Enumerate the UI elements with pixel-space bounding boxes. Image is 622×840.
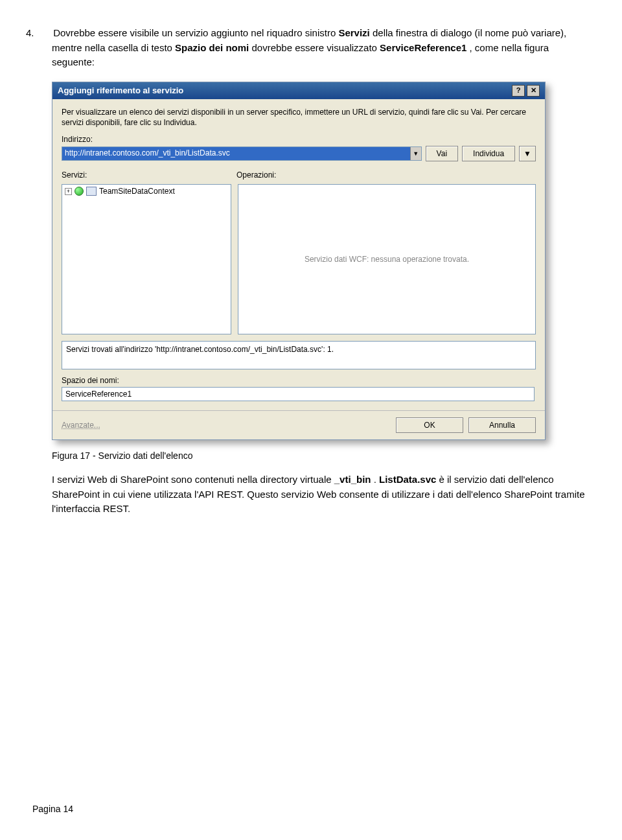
services-label: Servizi: (62, 170, 230, 180)
tree-item-label: TeamSiteDataContext (99, 187, 175, 196)
b3: ServiceReference1 (380, 42, 466, 53)
namespace-input[interactable] (62, 387, 535, 401)
figure-caption: Figura 17 - Servizio dati dell'elenco (52, 450, 590, 461)
dialog-title: Aggiungi riferimento al servizio (58, 86, 183, 95)
services-tree[interactable]: + TeamSiteDataContext (62, 184, 231, 334)
namespace-label: Spazio dei nomi: (62, 376, 536, 385)
help-button[interactable]: ? (512, 85, 525, 97)
operations-empty-text: Servizio dati WCF: nessuna operazione tr… (305, 255, 469, 264)
step-4-paragraph: 4. Dovrebbe essere visibile un servizio … (32, 26, 590, 70)
operations-label: Operazioni: (236, 170, 276, 180)
datacontext-icon (86, 187, 97, 196)
t1: Dovrebbe essere visibile un servizio agg… (53, 27, 338, 38)
address-dropdown-icon[interactable]: ▼ (410, 147, 421, 160)
expand-icon[interactable]: + (65, 188, 72, 195)
address-value[interactable]: http://intranet.contoso.com/_vti_bin/Lis… (62, 147, 410, 160)
discover-dropdown[interactable]: ▼ (519, 146, 536, 161)
cancel-button[interactable]: Annulla (468, 417, 536, 433)
address-combobox[interactable]: http://intranet.contoso.com/_vti_bin/Lis… (62, 146, 422, 161)
go-button[interactable]: Vai (426, 146, 458, 161)
service-node-icon (75, 187, 84, 196)
b2: Spazio dei nomi (175, 42, 249, 53)
step-number: 4. (39, 26, 51, 41)
operations-pane: Servizio dati WCF: nessuna operazione tr… (238, 184, 536, 334)
b1: Servizi (338, 27, 369, 38)
close-button[interactable]: ✕ (527, 85, 540, 97)
explanation-paragraph: I servizi Web di SharePoint sono contenu… (52, 472, 590, 517)
dialog-titlebar: Aggiungi riferimento al servizio ? ✕ (52, 82, 545, 99)
advanced-link[interactable]: Avanzate... (62, 421, 100, 430)
dialog-description: Per visualizzare un elenco dei servizi d… (62, 107, 536, 129)
status-text: Servizi trovati all'indirizzo 'http://in… (66, 345, 334, 354)
dialog-footer: Avanzate... OK Annulla (52, 410, 545, 439)
discover-button[interactable]: Individua (462, 146, 515, 161)
ok-button[interactable]: OK (396, 417, 463, 433)
tree-item-teamsite[interactable]: + TeamSiteDataContext (62, 185, 231, 198)
add-service-reference-dialog: Aggiungi riferimento al servizio ? ✕ Per… (52, 82, 546, 441)
t3: dovrebbe essere visualizzato (251, 42, 380, 53)
address-label: Indirizzo: (62, 135, 536, 144)
status-box: Servizi trovati all'indirizzo 'http://in… (62, 341, 536, 369)
